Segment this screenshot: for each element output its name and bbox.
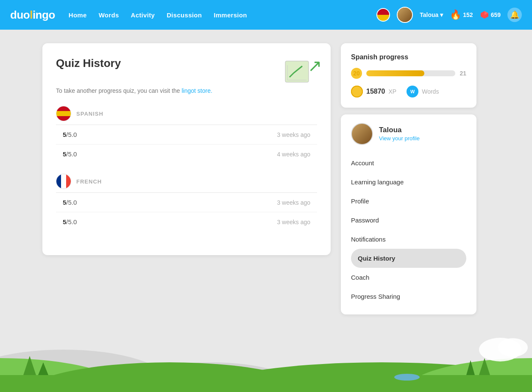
svg-text:↗: ↗: [308, 57, 321, 75]
french-quiz-row-2: 5/5.0 3 weeks ago: [56, 212, 317, 231]
streak-badge[interactable]: 🔥 152: [450, 9, 473, 20]
dropdown-arrow-icon: ▾: [440, 11, 443, 18]
svg-point-22: [498, 338, 528, 357]
level-current: 20: [351, 68, 362, 79]
spanish-label: SPANISH: [76, 111, 103, 117]
nav-activity[interactable]: Activity: [131, 11, 155, 19]
spanish-section: SPANISH 5/5.0 3 weeks ago 5/5.0 4 weeks …: [56, 106, 317, 164]
quiz-card: Quiz History ↗ To take another progress …: [42, 43, 331, 255]
logo-text: duolingo: [10, 8, 55, 22]
xp-stat: 15870 XP: [351, 86, 396, 97]
svg-rect-14: [0, 375, 532, 392]
svg-point-20: [394, 374, 420, 381]
nav-immersion[interactable]: Immersion: [214, 11, 247, 19]
fr-flag-left: [56, 174, 61, 189]
es-flag-mid: [56, 111, 71, 116]
menu-item-quiz-history[interactable]: Quiz History: [351, 249, 466, 268]
spanish-quiz-row-2: 5/5.0 4 weeks ago: [56, 145, 317, 164]
french-score-1: 5/5.0: [63, 199, 77, 206]
quiz-title: Quiz History: [56, 57, 121, 70]
spanish-time-2: 4 weeks ago: [277, 151, 310, 158]
profile-card: Taloua View your profile Account Learnin…: [341, 114, 476, 314]
level-next: 21: [460, 70, 466, 77]
fr-flag-mid: [61, 174, 66, 189]
spanish-header: SPANISH: [56, 106, 317, 125]
xp-circle-icon: [351, 86, 363, 97]
flame-icon: 🔥: [450, 9, 461, 20]
es-flag-top: [56, 106, 71, 111]
xp-value: 15870: [366, 88, 385, 95]
svg-marker-15: [25, 360, 34, 375]
french-time-1: 3 weeks ago: [277, 199, 310, 206]
menu-items: Account Learning language Profile Passwo…: [351, 153, 466, 306]
svg-point-13: [405, 358, 532, 392]
french-header: FRENCH: [56, 174, 317, 193]
es-flag-bot: [56, 116, 71, 121]
nav-home[interactable]: Home: [69, 11, 87, 19]
svg-marker-18: [466, 360, 475, 375]
spanish-quiz-row-1: 5/5.0 3 weeks ago: [56, 125, 317, 145]
svg-marker-19: [479, 358, 490, 375]
right-panel: Spanish progress 20 21 15870 XP: [341, 43, 476, 314]
words-stat: W Words: [407, 86, 439, 97]
words-label: Words: [422, 88, 439, 95]
logo[interactable]: duolingo: [10, 8, 55, 22]
french-score-2: 5/5.0: [63, 218, 77, 225]
landscape-svg: [0, 324, 532, 392]
french-time-2: 3 weeks ago: [277, 219, 310, 225]
quiz-subtitle: To take another progress quiz, you can v…: [56, 87, 317, 94]
nav-words[interactable]: Words: [99, 11, 119, 19]
xp-icon: [351, 86, 363, 97]
notification-bell[interactable]: 🔔: [507, 8, 522, 22]
progress-card: Spanish progress 20 21 15870 XP: [341, 43, 476, 108]
streak-count: 152: [463, 11, 473, 18]
svg-point-12: [191, 362, 532, 392]
svg-point-8: [0, 350, 170, 392]
menu-item-progress-sharing[interactable]: Progress Sharing: [351, 287, 466, 306]
svg-point-9: [127, 362, 297, 392]
progress-title: Spanish progress: [351, 53, 466, 61]
navbar: duolingo Home Words Activity Discussion …: [0, 0, 532, 30]
french-flag-icon: [56, 174, 71, 189]
svg-rect-2: [285, 61, 309, 82]
avatar[interactable]: [397, 7, 413, 23]
xp-label: XP: [389, 88, 397, 95]
menu-item-password[interactable]: Password: [351, 211, 466, 230]
progress-bar-fill: [366, 70, 424, 76]
svg-marker-17: [38, 362, 48, 375]
gem-badge[interactable]: 659: [480, 10, 501, 19]
french-quiz-row-1: 5/5.0 3 weeks ago: [56, 193, 317, 212]
avatar-image: [398, 8, 412, 22]
quiz-icon: ↗: [283, 57, 317, 82]
menu-item-notifications[interactable]: Notifications: [351, 230, 466, 249]
flag-bottom: [377, 15, 389, 21]
spanish-score-1: 5/5.0: [63, 131, 77, 138]
profile-header: Taloua View your profile: [351, 123, 466, 145]
view-profile-link[interactable]: View your profile: [379, 135, 420, 142]
svg-point-21: [479, 338, 521, 361]
username-text: Taloua: [420, 11, 438, 18]
gem-count: 659: [491, 11, 501, 18]
username-dropdown[interactable]: Taloua ▾: [420, 11, 443, 18]
menu-item-coach[interactable]: Coach: [351, 268, 466, 287]
progress-bar-bg: [366, 70, 455, 76]
svg-point-11: [21, 362, 318, 392]
main-content: Quiz History ↗ To take another progress …: [0, 30, 532, 328]
menu-item-learning-language[interactable]: Learning language: [351, 172, 466, 192]
nav-discussion[interactable]: Discussion: [167, 11, 202, 19]
menu-item-account[interactable]: Account: [351, 153, 466, 172]
flag-top: [377, 9, 389, 15]
spanish-flag: [376, 8, 390, 22]
user-language-flag[interactable]: [376, 8, 390, 22]
progress-bar-container: 20 21: [351, 68, 466, 79]
french-label: FRENCH: [76, 178, 102, 185]
quiz-header: Quiz History ↗: [56, 57, 317, 82]
menu-item-profile[interactable]: Profile: [351, 192, 466, 211]
spanish-score-2: 5/5.0: [63, 150, 77, 158]
chart-icon: ↗: [283, 57, 321, 86]
svg-point-7: [351, 86, 362, 97]
landscape: [0, 324, 532, 392]
gem-icon: [480, 10, 489, 19]
lingot-store-link[interactable]: lingot store.: [182, 87, 212, 94]
left-panel: Quiz History ↗ To take another progress …: [42, 43, 331, 314]
